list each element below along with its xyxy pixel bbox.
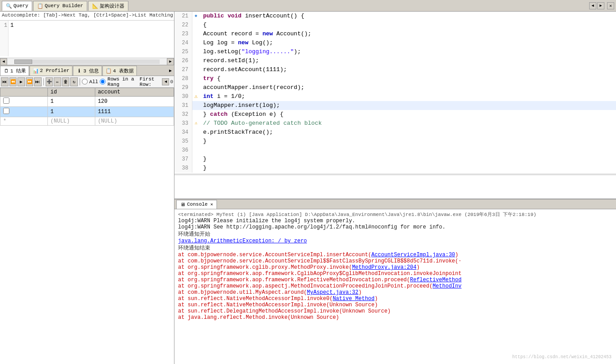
line-num-22: 22 [174, 21, 192, 30]
table-header-row: id account [0, 88, 174, 97]
prev-record-btn[interactable]: ⏪ [9, 77, 17, 86]
th-id[interactable]: id [47, 88, 95, 97]
line-num-21: 21 [174, 12, 192, 21]
info-icon: ℹ [76, 68, 82, 74]
line-num-30: 30 [174, 92, 192, 101]
first-record-btn[interactable]: ⏮ [1, 77, 8, 86]
tabledata-icon: 📋 [106, 68, 112, 74]
scrollbar-thumb[interactable] [14, 59, 32, 64]
stack-link-8[interactable]: Native Method [333, 296, 375, 302]
row2-checkbox[interactable] [3, 108, 9, 114]
radio-all-label[interactable]: All [89, 79, 98, 85]
line-num-35: 35 [174, 137, 192, 146]
line-num-36: 36 [174, 146, 192, 155]
console-stack-9: at sun.reflect.NativeMethodAccessorImpl.… [178, 302, 612, 308]
delete-row-btn[interactable]: 🗑 [62, 77, 70, 86]
stack-link-6[interactable]: MethodInv [433, 283, 462, 289]
code-line-27: 27 record.setAccount(1111); [174, 65, 616, 74]
scrollbar-track [14, 59, 160, 64]
console-stack-4: at org.springframework.aop.framework.Cgl… [178, 271, 612, 277]
line-marker-33: ⚠ [192, 119, 200, 128]
toolbar-prev-page[interactable]: ◀ [162, 78, 169, 85]
row1-checkbox[interactable] [3, 97, 9, 104]
tab-query[interactable]: 🔍 Query [2, 1, 32, 11]
tab-query-builder[interactable]: 📋 Query Builder [33, 1, 87, 11]
tab-next-arrow[interactable]: ▶ [597, 2, 604, 9]
line-num-25: 25 [174, 47, 192, 56]
new-row-account: (NULL) [95, 117, 174, 126]
sub-tab-profiler[interactable]: 📊 2 Profiler [30, 66, 72, 76]
tab-schema-designer[interactable]: 📐 架构设计器 [88, 1, 128, 11]
console-tab-bar: 🖥 Console ✕ [174, 199, 616, 209]
line-marker-27 [192, 65, 200, 74]
exception-link[interactable]: java.lang.ArithmeticException: / by zero [178, 238, 307, 244]
radio-rows[interactable] [100, 79, 106, 85]
sub-tab-info[interactable]: ℹ 3 信息 [73, 66, 102, 76]
data-table: id account 1 120 1 1111 [0, 88, 174, 364]
edit-row-btn[interactable]: ✏ [54, 77, 61, 86]
sub-tab-next-arrow[interactable]: ▶ [167, 67, 174, 74]
console-line-chinese2: 环绕通知结束 [178, 244, 612, 252]
next-record-btn[interactable]: ▶ [17, 77, 25, 86]
last-record-btn[interactable]: ⏩ [26, 77, 34, 86]
row1-account: 120 [95, 97, 174, 107]
radio-rows-label[interactable]: Rows in a Rang [107, 76, 138, 87]
console-stack-7: at com.bjpowernode.util.MyAspect.around(… [178, 289, 612, 296]
sub-tab-tabledata[interactable]: 📋 4 表数据 [102, 66, 136, 76]
tab-prev-arrow[interactable]: ◀ [589, 2, 596, 9]
line-content-24: Log log = new Log(); [200, 38, 273, 47]
results-table: id account 1 120 1 1111 [0, 88, 174, 126]
row1-checkbox-cell [0, 97, 48, 107]
code-editor[interactable]: 21 ◆ public void insertAccount() { 22 { … [174, 12, 616, 199]
th-account[interactable]: account [95, 88, 174, 97]
tab-close-btn[interactable]: ✕ [607, 2, 614, 9]
query-icon: 🔍 [6, 3, 12, 9]
line-content-25: log.setLog("logging......"); [200, 47, 301, 56]
line-marker-32 [192, 110, 200, 119]
toolbar-right: ◀ 0 [162, 78, 173, 85]
line-num-34: 34 [174, 128, 192, 137]
query-textarea[interactable]: 1 [8, 21, 174, 56]
line-num-27: 27 [174, 65, 192, 74]
line-marker-26 [192, 56, 200, 65]
code-line-25: 25 log.setLog("logging......"); [174, 47, 616, 56]
line-content-30: int i = 1/0; [200, 92, 245, 101]
console-stack-11: at java.lang.reflect.Method.invoke(Unkno… [178, 314, 612, 321]
console-tab[interactable]: 🖥 Console ✕ [176, 200, 217, 209]
line-marker-36 [192, 146, 200, 155]
code-line-36: 36 [174, 146, 616, 155]
line-content-38: } [200, 164, 207, 173]
line-num-29: 29 [174, 83, 192, 92]
top-tab-bar: 🔍 Query 📋 Query Builder 📐 架构设计器 ◀ ▶ ✕ [0, 0, 616, 12]
console-content[interactable]: <terminated> MyTest (1) [Java Applicatio… [174, 209, 616, 364]
code-line-23: 23 Account record = new Account(); [174, 30, 616, 38]
query-line-num: 1 [0, 21, 8, 56]
sub-tab-info-label: 3 信息 [83, 68, 99, 74]
new-row-marker: * [0, 117, 48, 126]
stack-link-1[interactable]: AccountServiceImpl.java:30 [371, 252, 455, 258]
radio-all[interactable] [82, 79, 88, 85]
sub-tab-results[interactable]: 🗒 1 结果 [0, 66, 29, 76]
code-line-28: 28 try { [174, 74, 616, 83]
query-scrollbar: ◀ ▶ [0, 58, 174, 65]
schema-designer-icon: 📐 [92, 3, 98, 9]
console-line-warn1: log4j:WARN Please initialize the log4j s… [178, 218, 612, 224]
new-row-id: (NULL) [47, 117, 95, 126]
autocomplete-bar: Autocomplete: [Tab]->Next Tag, [Ctrl+Spa… [0, 12, 174, 21]
refresh-btn[interactable]: ↻ [70, 77, 78, 86]
line-marker-30: ⚠ [192, 92, 200, 101]
console-stack-8: at sun.reflect.NativeMethodAccessorImpl.… [178, 296, 612, 302]
stack-link-3[interactable]: MethodProxy.java:204 [352, 264, 416, 271]
scrollbar-right-btn[interactable]: ▶ [167, 58, 174, 65]
console-tab-close[interactable]: ✕ [210, 202, 213, 207]
first-row-label: First Row: [140, 76, 161, 87]
stack-link-7[interactable]: MyAspect.java:32 [307, 289, 358, 296]
code-line-22: 22 { [174, 21, 616, 30]
scrollbar-left-btn[interactable]: ◀ [0, 58, 7, 65]
end-record-btn[interactable]: ⏭ [34, 77, 42, 86]
stack-link-5[interactable]: ReflectiveMethod [410, 277, 461, 283]
toolbar-sep-1 [43, 78, 44, 85]
line-marker-38 [192, 164, 200, 173]
add-row-btn[interactable]: ➕ [46, 77, 53, 86]
table-row: 1 1111 [0, 107, 174, 117]
